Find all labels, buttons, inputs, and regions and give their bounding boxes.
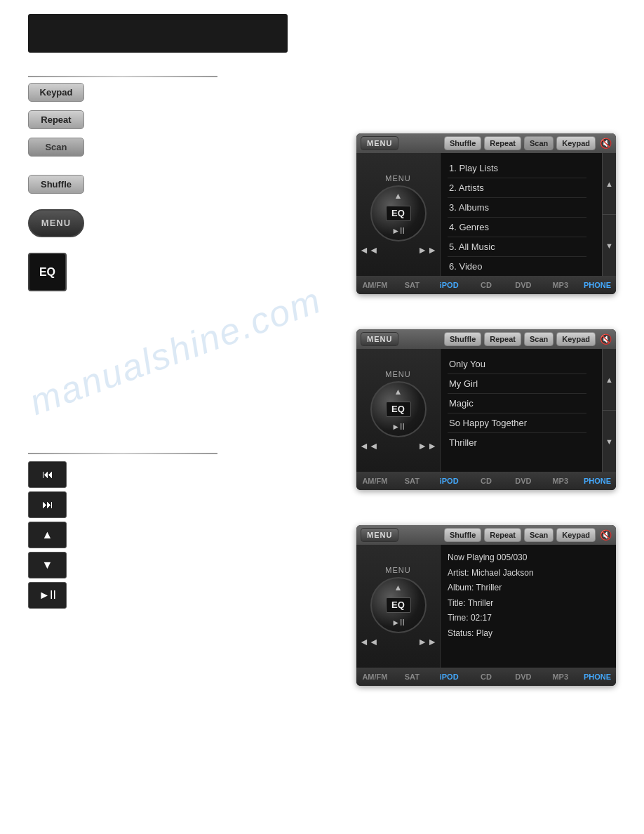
play-pause-button[interactable]: ►II	[28, 582, 67, 609]
tab-amfm[interactable]: AM/FM	[356, 279, 394, 291]
list-item[interactable]: 1. Play Lists	[448, 159, 586, 178]
next-icon: ⏭	[42, 498, 53, 510]
screen2-list-area: Only You My Girl Magic So Happy Together…	[441, 349, 616, 472]
screen3-eq-label[interactable]: EQ	[386, 597, 411, 613]
dial3-right-arrow[interactable]: ►►	[417, 636, 437, 647]
screen1-mute-icon[interactable]: 🔇	[600, 138, 612, 149]
tab2-cd[interactable]: CD	[468, 475, 505, 486]
now-playing-time: Time: 02:17	[448, 611, 609, 626]
scroll2-up-button[interactable]: ▲	[603, 349, 616, 411]
list-item[interactable]: Only You	[448, 355, 586, 374]
screen1-shuffle-button[interactable]: Shuffle	[444, 136, 481, 150]
screen2-topbar: MENU Shuffle Repeat Scan Keypad 🔇	[356, 329, 616, 349]
tab2-dvd[interactable]: DVD	[504, 475, 542, 486]
down-arrow-icon: ▼	[42, 559, 53, 571]
screen3-repeat-button[interactable]: Repeat	[484, 528, 521, 542]
tab3-amfm[interactable]: AM/FM	[356, 671, 394, 682]
screen3-shuffle-button[interactable]: Shuffle	[444, 528, 481, 542]
repeat-button[interactable]: Repeat	[28, 110, 84, 129]
screen1-keypad-button[interactable]: Keypad	[556, 136, 596, 150]
screen2-dial-circle[interactable]: ▲ EQ ►II	[370, 381, 427, 437]
tab3-sat[interactable]: SAT	[394, 671, 431, 682]
screen-panel-2: MENU Shuffle Repeat Scan Keypad 🔇 MENU ▲…	[356, 329, 616, 490]
screen2-scan-button[interactable]: Scan	[524, 332, 554, 346]
screen2-tabs: AM/FM SAT iPOD CD DVD MP3 PHONE	[356, 472, 616, 490]
tab3-phone[interactable]: PHONE	[579, 671, 616, 682]
screen1-list: 1. Play Lists 2. Artists 3. Albums 4. Ge…	[441, 153, 602, 276]
screen1-eq-label[interactable]: EQ	[386, 206, 411, 221]
screen2-mute-icon[interactable]: 🔇	[600, 333, 612, 345]
screen3-mute-icon[interactable]: 🔇	[600, 529, 612, 541]
list-item[interactable]: 3. Albums	[448, 198, 586, 218]
eq-button[interactable]: EQ	[28, 253, 67, 291]
screen2-dial: MENU ▲ EQ ►II ◄◄ ►►	[356, 349, 441, 472]
tab2-amfm[interactable]: AM/FM	[356, 475, 394, 486]
list-item[interactable]: My Girl	[448, 374, 586, 394]
tab3-mp3[interactable]: MP3	[542, 671, 579, 682]
scroll-down-button[interactable]: ▼	[603, 215, 616, 276]
list-item[interactable]: So Happy Together	[448, 413, 586, 433]
screens-area: MENU Shuffle Repeat Scan Keypad 🔇 MENU ▲…	[356, 133, 616, 721]
screen2-keypad-button[interactable]: Keypad	[556, 332, 596, 346]
screen1-dial-circle[interactable]: ▲ EQ ►II	[370, 185, 427, 241]
tab2-sat[interactable]: SAT	[394, 475, 431, 486]
list-item[interactable]: 5. All Music	[448, 237, 586, 257]
down-button[interactable]: ▼	[28, 552, 67, 578]
play-pause-icon: ►II	[39, 589, 56, 601]
dial-right-arrow[interactable]: ►►	[417, 244, 437, 256]
tab-mp3[interactable]: MP3	[542, 279, 579, 291]
dial-left-arrow[interactable]: ◄◄	[359, 244, 379, 256]
screen3-dial-circle[interactable]: ▲ EQ ►II	[370, 577, 427, 633]
scan-button[interactable]: Scan	[28, 138, 84, 157]
now-playing-album: Album: Thriller	[448, 581, 609, 596]
screen2-scrollbar: ▲ ▼	[602, 349, 616, 472]
tab3-ipod[interactable]: iPOD	[431, 671, 468, 682]
screen3-menu-label: MENU	[385, 566, 410, 574]
tab2-mp3[interactable]: MP3	[542, 475, 579, 486]
dial3-left-arrow[interactable]: ◄◄	[359, 636, 379, 647]
tab-phone[interactable]: PHONE	[579, 279, 616, 291]
screen2-menu-button[interactable]: MENU	[361, 332, 398, 346]
shuffle-button[interactable]: Shuffle	[28, 175, 84, 194]
now-playing-artist: Artist: Michael Jackson	[448, 566, 609, 581]
tab2-phone[interactable]: PHONE	[579, 475, 616, 486]
up-button[interactable]: ▲	[28, 522, 67, 548]
tab3-cd[interactable]: CD	[468, 671, 505, 682]
list-item[interactable]: Thriller	[448, 433, 586, 452]
list-item[interactable]: Magic	[448, 394, 586, 413]
left-controls: Keypad Repeat Scan Shuffle MENU EQ ⏮ ⏭ ▲…	[28, 70, 217, 612]
dial2-left-arrow[interactable]: ◄◄	[359, 440, 379, 451]
menu-button[interactable]: MENU	[28, 209, 84, 237]
tab-dvd[interactable]: DVD	[504, 279, 542, 291]
screen3-now-playing: Now Playing 005/030 Artist: Michael Jack…	[441, 545, 616, 668]
dial2-right-arrow[interactable]: ►►	[417, 440, 437, 451]
prev-icon: ⏮	[42, 468, 53, 480]
screen3-keypad-button[interactable]: Keypad	[556, 528, 596, 542]
tab3-dvd[interactable]: DVD	[504, 671, 542, 682]
tab-cd[interactable]: CD	[468, 279, 505, 291]
tab2-ipod[interactable]: iPOD	[431, 475, 468, 486]
tab-sat[interactable]: SAT	[394, 279, 431, 291]
dial-arrows: ◄◄ ►►	[356, 244, 440, 256]
screen3-menu-button[interactable]: MENU	[361, 528, 398, 542]
list-item[interactable]: 2. Artists	[448, 178, 586, 198]
prev-track-button[interactable]: ⏮	[28, 461, 67, 488]
scroll2-down-button[interactable]: ▼	[603, 411, 616, 472]
dial2-up-arrow: ▲	[394, 387, 403, 397]
next-track-button[interactable]: ⏭	[28, 491, 67, 518]
screen2-repeat-button[interactable]: Repeat	[484, 332, 521, 346]
list-item[interactable]: 4. Genres	[448, 218, 586, 237]
screen2-shuffle-button[interactable]: Shuffle	[444, 332, 481, 346]
keypad-button[interactable]: Keypad	[28, 83, 84, 102]
screen2-eq-label[interactable]: EQ	[386, 402, 411, 417]
screen3-tabs: AM/FM SAT iPOD CD DVD MP3 PHONE	[356, 668, 616, 686]
screen1-scan-button[interactable]: Scan	[524, 136, 554, 150]
dial3-playpause: ►II	[391, 618, 405, 628]
screen1-menu-label: MENU	[385, 174, 410, 183]
list-item[interactable]: 6. Video	[448, 257, 586, 276]
screen1-repeat-button[interactable]: Repeat	[484, 136, 521, 150]
scroll-up-button[interactable]: ▲	[603, 153, 616, 215]
screen3-scan-button[interactable]: Scan	[524, 528, 554, 542]
screen1-menu-button[interactable]: MENU	[361, 136, 398, 150]
tab-ipod[interactable]: iPOD	[431, 279, 468, 291]
